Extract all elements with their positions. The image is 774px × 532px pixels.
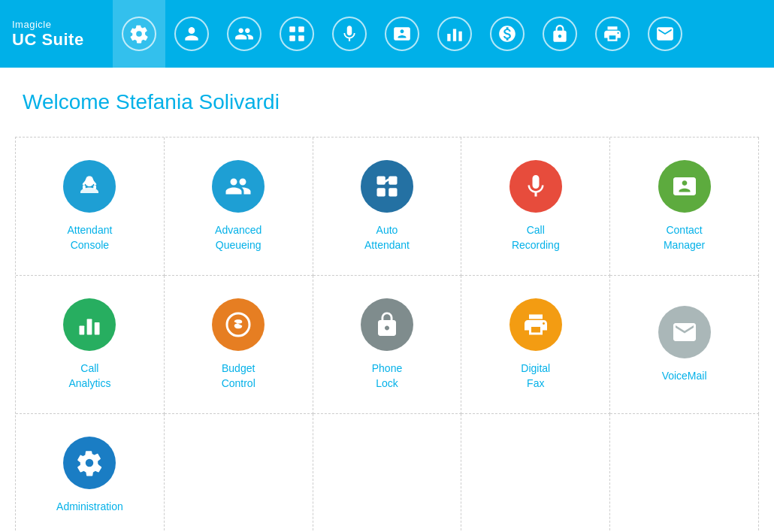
app-advanced-queueing[interactable]: AdvancedQueueing — [165, 138, 313, 276]
app-administration[interactable]: Administration — [16, 414, 165, 532]
nav-settings[interactable] — [113, 0, 165, 68]
call-analytics-label: CallAnalytics — [68, 361, 110, 391]
empty-cell-4 — [610, 414, 759, 532]
nav-contact[interactable] — [376, 0, 428, 68]
nav-analytics[interactable] — [428, 0, 481, 68]
nav-group[interactable] — [218, 0, 271, 68]
attendant-console-label: AttendantConsole — [67, 223, 112, 252]
digital-fax-icon — [509, 298, 562, 351]
voicemail-label: VoiceMail — [662, 369, 707, 384]
logo-top: Imagicle — [12, 19, 95, 30]
administration-icon — [63, 437, 116, 489]
app-budget-control[interactable]: BudgetControl — [165, 276, 313, 414]
lock-nav-icon — [543, 17, 577, 51]
administration-label: Administration — [56, 500, 123, 515]
app-digital-fax[interactable]: DigitalFax — [461, 276, 610, 414]
svg-rect-5 — [447, 34, 450, 41]
auto-attendant-label: AutoAttendant — [364, 223, 410, 252]
svg-rect-3 — [289, 35, 295, 41]
svg-rect-10 — [94, 186, 97, 189]
svg-rect-1 — [289, 26, 295, 32]
nav-budget[interactable] — [481, 0, 534, 68]
app-call-recording[interactable]: CallRecording — [461, 138, 610, 276]
nav-attendant[interactable] — [165, 0, 218, 68]
phone-lock-icon — [361, 298, 413, 351]
svg-rect-4 — [298, 35, 304, 41]
svg-rect-7 — [458, 32, 461, 41]
app-phone-lock[interactable]: PhoneLock — [313, 276, 462, 414]
nav-call-recording[interactable] — [323, 0, 376, 68]
svg-rect-13 — [376, 188, 385, 196]
call-recording-label: CallRecording — [512, 223, 560, 252]
nav-auto-attendant[interactable] — [271, 0, 323, 68]
call-recording-icon — [509, 160, 562, 213]
empty-cell-3 — [461, 414, 610, 532]
svg-rect-16 — [87, 319, 92, 335]
empty-cell-1 — [165, 414, 313, 532]
svg-rect-6 — [453, 29, 456, 41]
logo: Imagicle UC Suite — [12, 19, 95, 50]
main-content: Welcome Stefania Solivardi AttendantCons… — [0, 68, 774, 532]
auto-attendant-nav-icon — [280, 17, 314, 51]
header: Imagicle UC Suite — [0, 0, 774, 68]
app-voicemail[interactable]: VoiceMail — [610, 276, 759, 414]
svg-rect-9 — [83, 186, 86, 189]
app-auto-attendant[interactable]: AutoAttendant — [313, 138, 462, 276]
advanced-queueing-label: AdvancedQueueing — [215, 223, 262, 252]
empty-cell-2 — [313, 414, 462, 532]
svg-point-0 — [191, 27, 192, 29]
fax-nav-icon — [595, 17, 630, 51]
nav-voicemail[interactable] — [639, 0, 691, 68]
svg-rect-2 — [298, 26, 304, 32]
budget-control-icon — [212, 298, 265, 351]
nav-icons — [113, 0, 691, 68]
svg-rect-17 — [95, 322, 100, 335]
voicemail-icon — [658, 306, 711, 358]
welcome-title: Welcome Stefania Solivardi — [23, 90, 759, 114]
logo-bottom: UC Suite — [12, 30, 95, 50]
contact-manager-label: ContactManager — [664, 223, 705, 252]
digital-fax-label: DigitalFax — [521, 361, 550, 391]
contact-manager-icon — [658, 160, 711, 213]
attendant-console-icon — [63, 160, 116, 213]
app-attendant-console[interactable]: AttendantConsole — [16, 138, 165, 276]
app-call-analytics[interactable]: CallAnalytics — [16, 276, 165, 414]
nav-phone-lock[interactable] — [534, 0, 586, 68]
svg-rect-15 — [80, 326, 85, 335]
svg-rect-14 — [389, 188, 397, 196]
phone-lock-label: PhoneLock — [372, 361, 402, 391]
microphone-nav-icon — [332, 17, 367, 51]
nav-fax[interactable] — [586, 0, 639, 68]
attendant-icon — [174, 17, 209, 51]
group-icon — [227, 17, 262, 51]
svg-point-8 — [86, 176, 94, 183]
advanced-queueing-icon — [212, 160, 265, 213]
svg-rect-12 — [389, 177, 397, 185]
voicemail-nav-icon — [648, 17, 682, 51]
analytics-nav-icon — [437, 17, 472, 51]
auto-attendant-icon — [361, 160, 413, 213]
settings-icon — [122, 17, 156, 51]
app-grid: AttendantConsole AdvancedQueueing — [15, 137, 759, 532]
app-contact-manager[interactable]: ContactManager — [610, 138, 759, 276]
budget-control-label: BudgetControl — [222, 361, 255, 391]
budget-nav-icon — [490, 17, 525, 51]
contact-nav-icon — [385, 17, 419, 51]
call-analytics-icon — [63, 298, 116, 351]
